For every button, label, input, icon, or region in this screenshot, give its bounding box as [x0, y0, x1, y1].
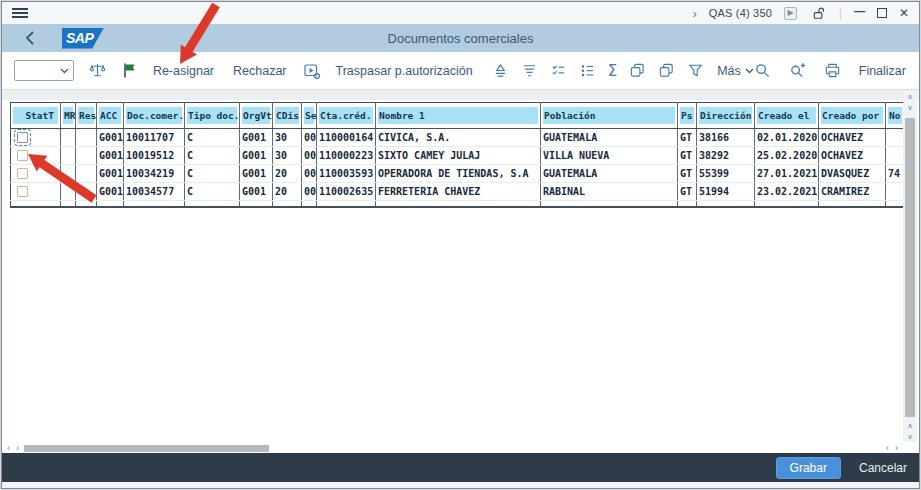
col-orgvt[interactable]: OrgVt: [240, 103, 273, 129]
system-label: QAS (4) 350: [709, 7, 772, 19]
more-menu-button[interactable]: Más: [717, 64, 754, 78]
titlebar-chevron-icon[interactable]: ›: [692, 6, 696, 21]
col-creado-por[interactable]: Creado por: [819, 103, 886, 129]
col-res[interactable]: Res: [76, 103, 97, 129]
execute-settings-icon[interactable]: [303, 62, 321, 80]
scroll-left-icon[interactable]: ‹: [883, 443, 892, 453]
row-checkbox[interactable]: [17, 168, 28, 179]
sap-logo: SAP: [62, 28, 104, 49]
table-header-row: StatT MR Res ACC Doc.comer. Tipo doc. Or…: [11, 103, 905, 129]
hamburger-menu-icon[interactable]: [12, 8, 28, 18]
row-checkbox[interactable]: [17, 132, 28, 143]
flag-icon[interactable]: [120, 62, 138, 80]
sort-ascending-icon[interactable]: [492, 62, 510, 80]
reject-button[interactable]: Rechazar: [233, 64, 287, 78]
more-label: Más: [717, 64, 741, 78]
vertical-scrollbar[interactable]: ∧ ∨ ∧ ∨: [903, 91, 917, 442]
copy-all-icon[interactable]: [657, 62, 675, 80]
scroll-down-icon[interactable]: ∨: [903, 431, 917, 442]
col-se[interactable]: Se: [302, 103, 317, 129]
chevron-down-icon: [745, 68, 754, 74]
col-poblacion[interactable]: Población: [541, 103, 678, 129]
table-row: G001 10034219 C G001 20 00 110003593 OPE…: [11, 165, 905, 183]
bottom-strip: [2, 482, 919, 488]
footer-bar: Grabar Cancelar: [2, 453, 919, 482]
save-button[interactable]: Grabar: [776, 457, 841, 479]
layout-combobox[interactable]: [14, 60, 74, 81]
scroll-right-icon[interactable]: ›: [892, 443, 901, 453]
content-separator: [2, 90, 919, 100]
content-area: StatT MR Res ACC Doc.comer. Tipo doc. Or…: [2, 90, 919, 453]
search-add-icon[interactable]: [789, 62, 807, 80]
table-filler-row: [11, 201, 905, 207]
cancel-button[interactable]: Cancelar: [859, 461, 907, 475]
col-statt[interactable]: StatT: [11, 103, 61, 129]
row-checkbox[interactable]: [17, 186, 28, 197]
horizontal-scroll-thumb[interactable]: [24, 445, 269, 452]
table-row: G001 10034577 C G001 20 00 110002635 FER…: [11, 183, 905, 201]
scroll-left-icon[interactable]: ‹: [4, 443, 13, 453]
close-button[interactable]: ✕: [899, 6, 909, 20]
row-checkbox[interactable]: [17, 150, 28, 161]
scroll-up-icon[interactable]: ∧: [903, 420, 917, 431]
filter-icon[interactable]: [686, 62, 704, 80]
sum-icon[interactable]: Σ: [608, 62, 617, 80]
col-doc-comer[interactable]: Doc.comer.: [124, 103, 185, 129]
scroll-up-icon[interactable]: ∧: [903, 91, 917, 102]
maximize-button[interactable]: [877, 8, 887, 18]
col-nombre[interactable]: Nombre 1: [376, 103, 541, 129]
toolbar: Re-asignar Rechazar Traspasar p.autoriza…: [2, 52, 919, 90]
checklist-icon[interactable]: [550, 62, 568, 80]
sort-descending-icon[interactable]: [521, 62, 539, 80]
gui-scripting-icon[interactable]: ▶: [784, 7, 797, 20]
copy-icon[interactable]: [628, 62, 646, 80]
table-row: G001 10011707 C G001 30 00 110000164 CIV…: [11, 129, 905, 147]
alv-table: StatT MR Res ACC Doc.comer. Tipo doc. Or…: [10, 102, 905, 208]
titlebar-separator: |: [839, 7, 842, 19]
unlock-icon[interactable]: [809, 4, 827, 22]
finish-button[interactable]: Finalizar: [859, 64, 906, 78]
app-header: SAP Documentos comerciales: [2, 24, 919, 52]
sap-window: › QAS (4) 350 ▶ | — ✕ SAP Documentos com…: [1, 1, 920, 489]
balance-scales-icon[interactable]: [89, 62, 107, 80]
page-title: Documentos comerciales: [388, 31, 534, 46]
printer-icon[interactable]: [824, 62, 842, 80]
table-row: G001 10019512 C G001 30 00 110000223 SIX…: [11, 147, 905, 165]
reassign-button[interactable]: Re-asignar: [153, 64, 214, 78]
col-no[interactable]: No: [886, 103, 905, 129]
back-button[interactable]: [24, 30, 36, 46]
col-tipo-doc[interactable]: Tipo doc.: [185, 103, 240, 129]
transfer-authorization-button[interactable]: Traspasar p.autorización: [336, 64, 473, 78]
scroll-down-icon[interactable]: ∨: [903, 102, 917, 113]
horizontal-scrollbar[interactable]: ‹ › ‹ ›: [4, 443, 901, 453]
col-direccion[interactable]: Dirección: [697, 103, 755, 129]
col-ps[interactable]: Ps: [678, 103, 697, 129]
minimize-button[interactable]: —: [854, 5, 865, 17]
titlebar: › QAS (4) 350 ▶ | — ✕: [2, 2, 919, 24]
col-cta-cred[interactable]: Cta.créd.: [317, 103, 376, 129]
scroll-right-icon[interactable]: ›: [13, 443, 22, 453]
vertical-scroll-thumb[interactable]: [905, 118, 915, 417]
search-icon[interactable]: [754, 62, 772, 80]
list-icon[interactable]: [579, 62, 597, 80]
col-cdis[interactable]: CDis: [273, 103, 302, 129]
col-mr[interactable]: MR: [61, 103, 76, 129]
col-acc[interactable]: ACC: [97, 103, 124, 129]
col-creado-el[interactable]: Creado el: [755, 103, 819, 129]
